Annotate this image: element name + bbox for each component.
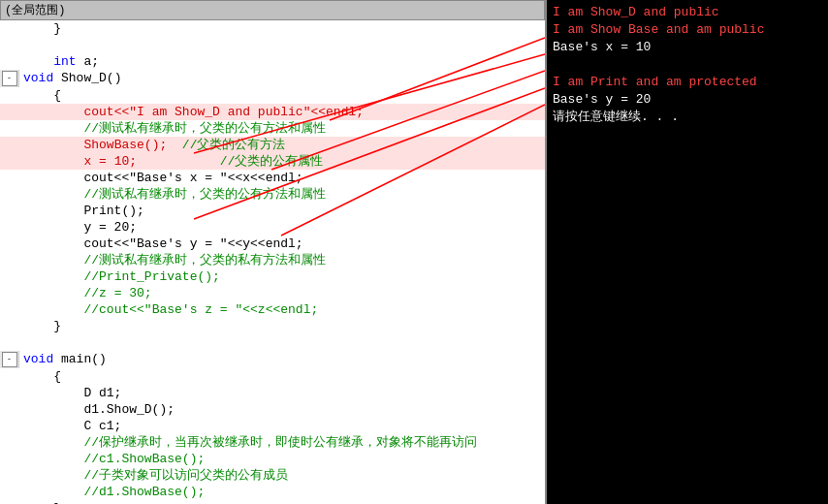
code-text: cout<<"Base's y = "<<y<<endl; bbox=[19, 236, 545, 252]
code-line: //Print_Private(); bbox=[0, 268, 545, 285]
code-line: //测试私有继承时，父类的公有方法和属性 bbox=[0, 186, 545, 203]
code-line: { bbox=[0, 87, 545, 104]
code-text: //测试私有继承时，父类的公有方法和属性 bbox=[19, 120, 545, 137]
code-line: //保护继承时，当再次被继承时，即使时公有继承，对象将不能再访问 bbox=[0, 434, 545, 451]
code-text: } bbox=[19, 500, 545, 504]
code-line: } bbox=[0, 20, 545, 37]
code-line: D d1; bbox=[0, 385, 545, 401]
terminal-line bbox=[553, 56, 822, 74]
code-panel: (全局范围) } int a; bbox=[0, 0, 547, 504]
code-line bbox=[0, 37, 545, 53]
gutter: - bbox=[0, 70, 19, 87]
terminal-line: 请按任意键继续. . . bbox=[553, 109, 822, 126]
code-line: - void main() bbox=[0, 351, 545, 368]
code-line: y = 20; bbox=[0, 219, 545, 236]
code-line: Print(); bbox=[0, 203, 545, 219]
code-text: x = 10; //父类的公有属性 bbox=[19, 153, 545, 170]
collapse-button[interactable]: - bbox=[2, 352, 17, 367]
code-line: { bbox=[0, 368, 545, 385]
code-line: } bbox=[0, 318, 545, 334]
code-line: //测试私有继承时，父类的私有方法和属性 bbox=[0, 252, 545, 268]
scope-header: (全局范围) bbox=[0, 0, 545, 20]
code-text: //测试私有继承时，父类的私有方法和属性 bbox=[19, 252, 545, 268]
code-text bbox=[19, 334, 545, 351]
code-text: void Show_D() bbox=[19, 70, 545, 86]
code-text: C c1; bbox=[19, 418, 545, 434]
code-line bbox=[0, 334, 545, 351]
terminal-panel: I am Show_D and public I am Show Base an… bbox=[547, 0, 828, 504]
code-text: int a; bbox=[19, 53, 545, 70]
code-text: //z = 30; bbox=[19, 285, 545, 301]
code-text: //cout<<"Base's z = "<<z<<endl; bbox=[19, 301, 545, 318]
code-line: cout<<"Base's y = "<<y<<endl; bbox=[0, 236, 545, 252]
code-text: //测试私有继承时，父类的公有方法和属性 bbox=[19, 186, 545, 203]
code-line: //子类对象可以访问父类的公有成员 bbox=[0, 467, 545, 484]
code-line: cout<<"Base's x = "<<x<<endl; bbox=[0, 170, 545, 186]
code-line: - void Show_D() bbox=[0, 70, 545, 87]
code-text: ShowBase(); //父类的公有方法 bbox=[19, 137, 545, 153]
code-line: int a; bbox=[0, 53, 545, 70]
scope-label: (全局范围) bbox=[5, 4, 65, 17]
code-text: y = 20; bbox=[19, 219, 545, 236]
code-text: } bbox=[19, 318, 545, 334]
code-text: cout<<"Base's x = "<<x<<endl; bbox=[19, 170, 545, 186]
code-text: { bbox=[19, 368, 545, 385]
code-line: cout<<"I am Show_D and public"<<endl; bbox=[0, 104, 545, 120]
code-text: void main() bbox=[19, 351, 545, 367]
code-text: Print(); bbox=[19, 203, 545, 219]
code-line: //测试私有继承时，父类的公有方法和属性 bbox=[0, 120, 545, 137]
code-line: //d1.ShowBase(); bbox=[0, 484, 545, 500]
terminal-line: I am Print and am protected bbox=[553, 74, 822, 91]
terminal-line: Base's x = 10 bbox=[553, 39, 822, 56]
code-text: //保护继承时，当再次被继承时，即使时公有继承，对象将不能再访问 bbox=[19, 434, 545, 451]
code-text: //Print_Private(); bbox=[19, 268, 545, 285]
terminal-line: I am Show Base and am public bbox=[553, 21, 822, 39]
code-line: //z = 30; bbox=[0, 285, 545, 301]
code-text bbox=[19, 37, 545, 53]
code-line: //cout<<"Base's z = "<<z<<endl; bbox=[0, 301, 545, 318]
code-area: } int a; - void Show_D() bbox=[0, 20, 545, 504]
code-line: //c1.ShowBase(); bbox=[0, 451, 545, 467]
code-text: { bbox=[19, 87, 545, 104]
main-container: (全局范围) } int a; bbox=[0, 0, 828, 504]
code-text: //d1.ShowBase(); bbox=[19, 484, 545, 500]
code-line: d1.Show_D(); bbox=[0, 401, 545, 418]
terminal-line: Base's y = 20 bbox=[553, 91, 822, 109]
code-text: D d1; bbox=[19, 385, 545, 401]
code-text: } bbox=[19, 20, 545, 37]
code-line: } bbox=[0, 500, 545, 504]
terminal-line: I am Show_D and public bbox=[553, 4, 822, 21]
code-text: cout<<"I am Show_D and public"<<endl; bbox=[19, 104, 545, 120]
code-line: ShowBase(); //父类的公有方法 bbox=[0, 137, 545, 153]
gutter: - bbox=[0, 351, 19, 368]
code-line: C c1; bbox=[0, 418, 545, 434]
collapse-button[interactable]: - bbox=[2, 71, 17, 86]
code-text: //子类对象可以访问父类的公有成员 bbox=[19, 467, 545, 484]
code-text: //c1.ShowBase(); bbox=[19, 451, 545, 467]
code-text: d1.Show_D(); bbox=[19, 401, 545, 418]
code-line: x = 10; //父类的公有属性 bbox=[0, 153, 545, 170]
